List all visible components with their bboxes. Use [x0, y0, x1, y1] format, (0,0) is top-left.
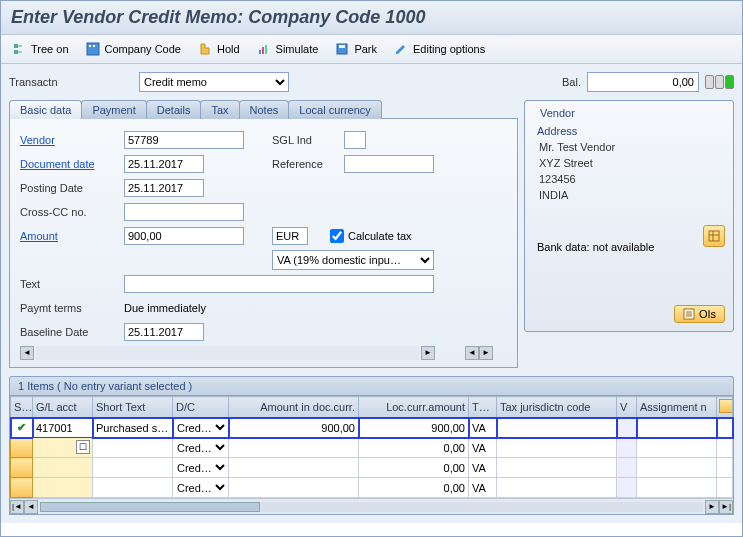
col-amt-doc[interactable]: Amount in doc.curr. [229, 397, 359, 418]
sgl-ind-field[interactable] [344, 131, 366, 149]
scroll-right-2-button[interactable]: ► [479, 346, 493, 360]
hold-button[interactable]: Hold [197, 41, 240, 57]
amt-doc-cell[interactable] [229, 438, 358, 457]
ois-button[interactable]: OIs [674, 305, 725, 323]
short-text-cell[interactable] [93, 438, 172, 457]
assign-cell[interactable] [637, 418, 716, 437]
grid-hscroll-thumb[interactable] [40, 502, 260, 512]
reference-field[interactable] [344, 155, 434, 173]
jur-cell[interactable] [497, 438, 616, 457]
col-v[interactable]: V [617, 397, 637, 418]
company-code-button[interactable]: Company Code [85, 41, 181, 57]
amt-doc-cell[interactable] [229, 458, 358, 477]
col-short[interactable]: Short Text [93, 397, 173, 418]
grid-last-button[interactable]: ►| [719, 500, 733, 514]
editing-options-button[interactable]: Editing options [393, 41, 485, 57]
dc-cell[interactable]: Cred… [173, 478, 228, 497]
v-cell[interactable] [617, 458, 636, 477]
vendor-field[interactable] [124, 131, 244, 149]
col-gl[interactable]: G/L acct [33, 397, 93, 418]
doc-date-field[interactable] [124, 155, 204, 173]
short-text-cell[interactable] [93, 458, 172, 477]
tabstrip: Basic data Payment Details Tax Notes Loc… [9, 100, 518, 119]
jur-cell[interactable] [497, 418, 616, 437]
currency-field[interactable] [272, 227, 308, 245]
row-selector[interactable] [11, 458, 33, 478]
tab-local-currency[interactable]: Local currency [288, 100, 382, 119]
table-row[interactable]: Cred… [11, 458, 733, 478]
assign-cell[interactable] [637, 438, 716, 457]
vendor-label[interactable]: Vendor [20, 134, 124, 146]
tax-cell[interactable] [469, 458, 496, 477]
jur-cell[interactable] [497, 458, 616, 477]
amt-doc-cell[interactable] [229, 478, 358, 497]
col-jur[interactable]: Tax jurisdictn code [497, 397, 617, 418]
amount-field[interactable] [124, 227, 244, 245]
tab-details[interactable]: Details [146, 100, 202, 119]
park-button[interactable]: Park [334, 41, 377, 57]
tax-code-select[interactable]: VA (19% domestic inpu… [272, 250, 434, 270]
doc-date-label[interactable]: Document date [20, 158, 124, 170]
tree-on-button[interactable]: Tree on [11, 41, 69, 57]
amt-loc-cell[interactable] [359, 438, 468, 457]
gl-acct-cell[interactable] [33, 458, 92, 477]
tax-cell[interactable] [469, 478, 496, 497]
row-selector[interactable] [11, 438, 33, 458]
tax-cell[interactable] [469, 438, 496, 457]
svg-rect-8 [262, 47, 264, 54]
col-dc[interactable]: D/C [173, 397, 229, 418]
posting-date-field[interactable] [124, 179, 204, 197]
short-text-cell[interactable] [93, 418, 172, 437]
baseline-date-field[interactable] [124, 323, 204, 341]
v-cell[interactable] [617, 478, 636, 497]
svg-rect-6 [93, 45, 95, 47]
amt-loc-cell[interactable] [359, 418, 468, 437]
tab-payment[interactable]: Payment [81, 100, 146, 119]
col-amt-loc[interactable]: Loc.curr.amount [359, 397, 469, 418]
grid-first-button[interactable]: |◄ [10, 500, 24, 514]
grid-prev-button[interactable]: ◄ [24, 500, 38, 514]
row-selector[interactable] [11, 478, 33, 498]
table-row[interactable]: ✔Cred… [11, 418, 733, 438]
dc-cell[interactable]: Cred… [173, 438, 228, 457]
amt-doc-cell[interactable] [229, 418, 358, 437]
short-text-cell[interactable] [93, 478, 172, 497]
tab-tax[interactable]: Tax [200, 100, 239, 119]
scroll-left-button[interactable]: ◄ [20, 346, 34, 360]
scroll-right-button[interactable]: ► [421, 346, 435, 360]
amount-label[interactable]: Amount [20, 230, 124, 242]
col-config[interactable] [717, 397, 733, 418]
search-help-icon[interactable]: ☐ [76, 440, 90, 454]
simulate-button[interactable]: Simulate [256, 41, 319, 57]
gl-acct-cell[interactable] [33, 418, 92, 437]
col-assign[interactable]: Assignment n [637, 397, 717, 418]
tax-cell[interactable] [469, 418, 496, 437]
amt-loc-cell[interactable] [359, 478, 468, 497]
jur-cell[interactable] [497, 478, 616, 497]
gl-acct-cell[interactable] [33, 478, 92, 497]
assign-cell[interactable] [637, 458, 716, 477]
v-cell[interactable] [617, 418, 636, 437]
grid-hscroll-track[interactable] [40, 502, 703, 512]
tab-notes[interactable]: Notes [239, 100, 290, 119]
hscroll-track[interactable] [36, 346, 419, 360]
grid-next-button[interactable]: ► [705, 500, 719, 514]
cross-cc-field[interactable] [124, 203, 244, 221]
dc-cell[interactable]: Cred… [173, 458, 228, 477]
transaction-select[interactable]: Credit memo [139, 72, 289, 92]
address-detail-button[interactable] [703, 225, 725, 247]
v-cell[interactable] [617, 438, 636, 457]
table-row[interactable]: Cred… [11, 478, 733, 498]
text-field[interactable] [124, 275, 434, 293]
address-line-1: Mr. Test Vendor [539, 141, 725, 153]
park-label: Park [354, 43, 377, 55]
col-status[interactable]: S… [11, 397, 33, 418]
tab-basic-data[interactable]: Basic data [9, 100, 82, 119]
table-row[interactable]: ☐Cred… [11, 438, 733, 458]
assign-cell[interactable] [637, 478, 716, 497]
col-tax[interactable]: T… [469, 397, 497, 418]
scroll-left-2-button[interactable]: ◄ [465, 346, 479, 360]
calculate-tax-checkbox[interactable] [330, 229, 344, 243]
dc-cell[interactable]: Cred… [173, 418, 228, 437]
amt-loc-cell[interactable] [359, 458, 468, 477]
